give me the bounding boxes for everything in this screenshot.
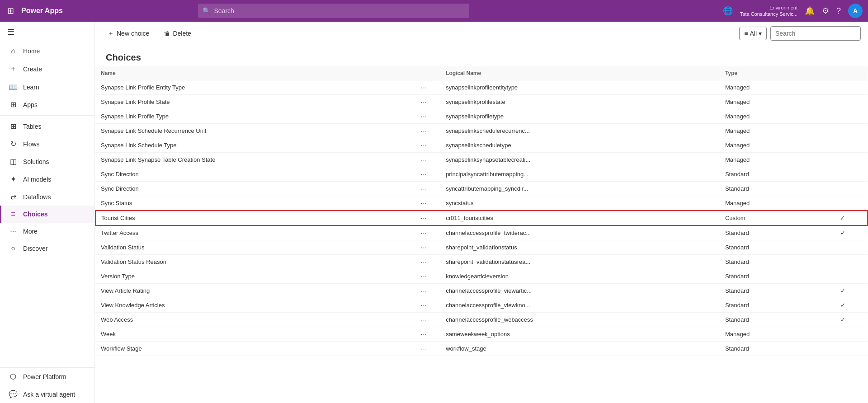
cell-dots-menu[interactable]: ··· [407, 80, 440, 95]
col-header-check [818, 66, 868, 80]
table-row[interactable]: Synapse Link Synapse Table Creation Stat… [95, 153, 868, 167]
table-row[interactable]: Version Type···knowledgearticleversionSt… [95, 269, 868, 284]
global-search-input[interactable] [198, 4, 469, 18]
apps-icon: ⊞ [9, 100, 18, 109]
cell-dots-menu[interactable]: ··· [407, 342, 440, 356]
sidebar-item-tables[interactable]: ⊞ Tables [0, 117, 94, 135]
notification-icon[interactable]: 🔔 [805, 6, 815, 16]
cell-dots-menu[interactable]: ··· [407, 167, 440, 182]
delete-button[interactable]: 🗑 Delete [158, 27, 196, 40]
sidebar-toggle[interactable]: ☰ [0, 22, 94, 42]
cell-dots-menu[interactable]: ··· [407, 182, 440, 196]
cell-name: Week [95, 327, 407, 342]
ask-agent-icon: 💬 [9, 390, 18, 398]
sidebar-item-power-platform[interactable]: ⬡ Power Platform [0, 368, 94, 385]
cell-logical-name: knowledgearticleversion [440, 269, 720, 284]
table-row[interactable]: Sync Direction···principalsyncattributem… [95, 167, 868, 182]
cell-dots-menu[interactable]: ··· [407, 196, 440, 211]
cell-check [818, 327, 868, 342]
new-choice-button[interactable]: ＋ New choice [102, 27, 155, 40]
table-row[interactable]: Sync Status···syncstatusManaged [95, 196, 868, 211]
sidebar-item-create[interactable]: ＋ Create [0, 60, 94, 78]
cell-dots-menu[interactable]: ··· [407, 109, 440, 124]
table-row[interactable]: View Article Rating···channelaccessprofi… [95, 284, 868, 298]
sidebar-label-discover: Discover [23, 245, 47, 252]
table-row[interactable]: Workflow Stage···workflow_stageStandard [95, 342, 868, 356]
cell-logical-name: synapselinkprofiletype [440, 109, 720, 124]
sidebar-item-discover[interactable]: ○ Discover [0, 240, 94, 257]
cell-dots-menu[interactable]: ··· [407, 225, 440, 240]
table-row[interactable]: View Knowledge Articles···channelaccessp… [95, 298, 868, 313]
sidebar-item-learn[interactable]: 📖 Learn [0, 78, 94, 96]
new-choice-icon: ＋ [108, 29, 114, 37]
search-icon: 🔍 [203, 7, 210, 14]
sidebar-item-dataflows[interactable]: ⇄ Dataflows [0, 188, 94, 206]
table-row[interactable]: Synapse Link Schedule Type···synapselink… [95, 138, 868, 153]
filter-button[interactable]: ≡ All ▾ [739, 27, 767, 40]
cell-check [818, 95, 868, 109]
table-row[interactable]: Synapse Link Profile Entity Type···synap… [95, 80, 868, 95]
toolbar-right: ≡ All ▾ [739, 26, 861, 41]
toolbar-search-input[interactable] [770, 26, 861, 41]
topbar-right: 🌐 Environment Tata Consultancy Servic...… [723, 4, 863, 18]
cell-dots-menu[interactable]: ··· [407, 124, 440, 138]
waffle-icon[interactable]: ⊞ [5, 4, 16, 18]
table-row[interactable]: Synapse Link Profile State···synapselink… [95, 95, 868, 109]
cell-dots-menu[interactable]: ··· [407, 327, 440, 342]
cell-dots-menu[interactable]: ··· [407, 284, 440, 298]
filter-chevron-icon: ▾ [759, 30, 762, 37]
sidebar-item-ask-agent[interactable]: 💬 Ask a virtual agent [0, 385, 94, 403]
sidebar-item-more[interactable]: ··· More [0, 223, 94, 240]
cell-check [818, 342, 868, 356]
cell-type: Standard [720, 225, 818, 240]
table-row[interactable]: Web Access···channelaccessprofile_webacc… [95, 313, 868, 327]
sidebar-item-choices[interactable]: ≡ Choices [0, 206, 94, 223]
cell-check [818, 138, 868, 153]
table-row[interactable]: Validation Status···sharepoint_validatio… [95, 240, 868, 255]
choices-table: Name Logical Name Type Synapse Link Prof… [95, 66, 868, 356]
table-row[interactable]: Twitter Access···channelaccessprofile_tw… [95, 225, 868, 240]
settings-icon[interactable]: ⚙ [822, 6, 829, 16]
cell-dots-menu[interactable]: ··· [407, 255, 440, 269]
sidebar-label-create: Create [23, 66, 42, 73]
sidebar-item-ai-models[interactable]: ✦ AI models [0, 170, 94, 188]
cell-dots-menu[interactable]: ··· [407, 240, 440, 255]
sidebar-item-solutions[interactable]: ◫ Solutions [0, 153, 94, 170]
cell-dots-menu[interactable]: ··· [407, 269, 440, 284]
sidebar-item-flows[interactable]: ↻ Flows [0, 135, 94, 153]
cell-type: Standard [720, 298, 818, 313]
avatar[interactable]: A [848, 4, 863, 18]
help-icon[interactable]: ? [836, 6, 841, 16]
table-row[interactable]: Validation Status Reason···sharepoint_va… [95, 255, 868, 269]
col-header-dots [407, 66, 440, 80]
cell-name: Version Type [95, 269, 407, 284]
cell-dots-menu[interactable]: ··· [407, 313, 440, 327]
cell-logical-name: syncattributemapping_syncdir... [440, 182, 720, 196]
cell-dots-menu[interactable]: ··· [407, 298, 440, 313]
table-row[interactable]: Tourist Cities···cr011_touristcitiesCust… [95, 211, 868, 225]
content-area: Choices Name Logical Name Type Synapse L… [95, 45, 868, 403]
table-row[interactable]: Week···sameweekweek_optionsManaged [95, 327, 868, 342]
table-row[interactable]: Synapse Link Schedule Recurrence Unit···… [95, 124, 868, 138]
cell-check [818, 80, 868, 95]
sidebar-label-ai-models: AI models [23, 176, 51, 183]
filter-label: All [750, 30, 757, 37]
cell-dots-menu[interactable]: ··· [407, 211, 440, 225]
cell-dots-menu[interactable]: ··· [407, 138, 440, 153]
cell-name: View Knowledge Articles [95, 298, 407, 313]
table-row[interactable]: Sync Direction···syncattributemapping_sy… [95, 182, 868, 196]
cell-dots-menu[interactable]: ··· [407, 95, 440, 109]
sidebar-item-apps[interactable]: ⊞ Apps [0, 96, 94, 113]
table-row[interactable]: Synapse Link Profile Type···synapselinkp… [95, 109, 868, 124]
cell-logical-name: synapselinkscheduletype [440, 138, 720, 153]
cell-logical-name: channelaccessprofile_viewkno... [440, 298, 720, 313]
cell-dots-menu[interactable]: ··· [407, 153, 440, 167]
tables-icon: ⊞ [9, 122, 18, 131]
cell-type: Standard [720, 255, 818, 269]
cell-logical-name: sharepoint_validationstatus [440, 240, 720, 255]
cell-type: Standard [720, 167, 818, 182]
sidebar-item-home[interactable]: ⌂ Home [0, 42, 94, 60]
page-title: Choices [95, 45, 868, 66]
cell-name: Tourist Cities [95, 211, 407, 225]
environment-info: Environment Tata Consultancy Servic... [740, 5, 797, 18]
